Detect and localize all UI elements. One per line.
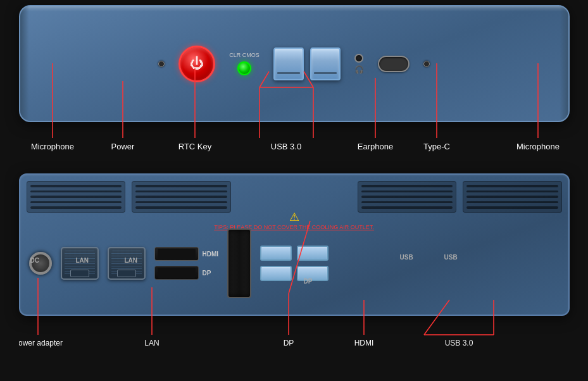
usb-device-label2: USB: [444, 254, 458, 261]
svg-text:USB 3.0: USB 3.0: [270, 142, 301, 151]
top-panel: CLR CMOS 🎧: [19, 5, 570, 170]
usb-bottom-2[interactable]: [260, 266, 292, 281]
dp-hdmi-area: HDMI DP: [154, 247, 219, 280]
svg-text:DP: DP: [283, 339, 294, 347]
vent-group-3: [358, 181, 457, 213]
usb-bottom-4[interactable]: [297, 266, 328, 281]
lan2-device-label: LAN: [125, 257, 138, 264]
clr-cmos-button[interactable]: [237, 61, 251, 75]
svg-text:Power: Power: [111, 142, 135, 151]
device-top-view: CLR CMOS 🎧: [19, 5, 570, 122]
svg-text:Type-C: Type-C: [423, 142, 450, 151]
usb-device-label1: USB: [400, 254, 413, 261]
svg-text:Power adapter: Power adapter: [19, 339, 63, 347]
svg-text:RTC Key: RTC Key: [178, 142, 211, 151]
dp-port[interactable]: [154, 266, 199, 280]
vent-group-2: [132, 181, 231, 213]
earphone-jack[interactable]: [354, 54, 363, 63]
usb-ports-top: [273, 47, 341, 80]
usb-col-1: [260, 246, 292, 281]
diagram-container: CLR CMOS 🎧: [0, 0, 588, 381]
usb-port-top-right[interactable]: [310, 47, 341, 80]
usb-bottom-3[interactable]: [297, 246, 328, 261]
vent-area: [20, 181, 568, 213]
svg-text:HDMI: HDMI: [354, 339, 373, 347]
hdmi-small-port[interactable]: [154, 247, 199, 261]
usb-bottom-1[interactable]: [260, 246, 292, 261]
vent-group-4: [463, 181, 562, 213]
usb-group-bottom: [260, 246, 328, 281]
microphone-left: [158, 61, 165, 67]
svg-text:Microphone: Microphone: [516, 142, 560, 151]
dp-device-label: DP: [304, 278, 313, 285]
svg-text:Earphone: Earphone: [357, 142, 392, 151]
clr-cmos-label: CLR CMOS: [229, 52, 260, 59]
usb-port-top-left[interactable]: [273, 47, 304, 80]
bottom-panel: ⚠ TIPS: PLEASE DO NOT COVER THE COOLING …: [19, 173, 570, 370]
hdmi-large-port[interactable]: [227, 228, 251, 298]
typec-port[interactable]: [378, 56, 410, 72]
top-components-row: CLR CMOS 🎧: [73, 46, 516, 82]
dp-label: DP: [203, 270, 211, 277]
dc-device-label: DC: [30, 257, 39, 264]
svg-text:Microphone: Microphone: [31, 142, 74, 151]
lan1-device-label: LAN: [76, 257, 89, 264]
clr-cmos-area: CLR CMOS: [229, 52, 260, 75]
hdmi-small-label: HDMI: [203, 251, 219, 258]
bottom-components-row: LAN LAN HDMI DP: [29, 225, 560, 301]
svg-text:USB 3.0: USB 3.0: [444, 339, 473, 347]
microphone-right: [423, 61, 430, 67]
svg-text:LAN: LAN: [144, 339, 159, 347]
warning-icon: ⚠: [289, 211, 299, 223]
power-button[interactable]: [178, 46, 215, 82]
device-bottom-view: ⚠ TIPS: PLEASE DO NOT COVER THE COOLING …: [19, 173, 570, 316]
vent-group-1: [27, 181, 126, 213]
usb-col-2: [297, 246, 328, 281]
